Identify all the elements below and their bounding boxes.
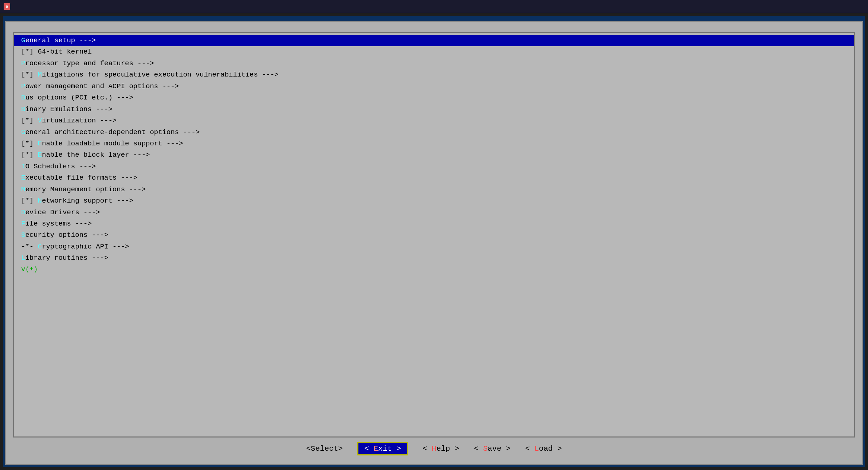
hotkey-letter: B	[21, 105, 25, 113]
button-hotkey-help: H	[432, 444, 436, 453]
tab-line	[5, 18, 863, 20]
button-hotkey-save: S	[483, 444, 488, 453]
scroll-indicator: v(+)	[14, 264, 854, 275]
config-outer: General setup --->[*] 64-bit kernel Proc…	[5, 21, 863, 465]
hotkey-letter: V	[38, 117, 42, 125]
menu-item-memory-management[interactable]: Memory Management options --->	[14, 184, 854, 195]
title-bar-controls	[831, 3, 864, 11]
hotkey-letter: G	[21, 36, 25, 44]
menu-item-block-layer[interactable]: [*] Enable the block layer --->	[14, 149, 854, 161]
button-help[interactable]: < Help >	[423, 444, 459, 453]
menu-item-processor-type[interactable]: Processor type and features --->	[14, 58, 854, 69]
terminal: General setup --->[*] 64-bit kernel Proc…	[0, 13, 868, 470]
hotkey-letter: I	[21, 162, 25, 171]
menu-item-general-arch[interactable]: General architecture-dependent options -…	[14, 127, 854, 138]
hotkey-letter: E	[21, 174, 25, 182]
hotkey-letter: G	[21, 128, 25, 136]
hotkey-letter: S	[21, 231, 25, 239]
menu-items-container: General setup --->[*] 64-bit kernel Proc…	[14, 35, 854, 264]
hotkey-letter: E	[38, 151, 42, 159]
menu-item-io-schedulers[interactable]: IO Schedulers --->	[14, 161, 854, 172]
maximize-button[interactable]	[843, 3, 853, 11]
menu-item-security-options[interactable]: Security options --->	[14, 230, 854, 241]
hotkey-letter: B	[21, 94, 25, 102]
terminal-icon: a	[4, 3, 10, 10]
button-bar: <Select>< Exit >< Help >< Save >< Load >	[13, 437, 855, 461]
minimize-button[interactable]	[831, 3, 841, 11]
menu-item-general-setup[interactable]: General setup --->	[14, 35, 854, 46]
hotkey-letter: C	[38, 243, 42, 251]
hotkey-letter: M	[38, 71, 42, 79]
menu-item-64bit-kernel[interactable]: [*] 64-bit kernel	[14, 46, 854, 58]
menu-item-cryptographic-api[interactable]: -*- Cryptographic API --->	[14, 241, 854, 252]
button-hotkey-exit: E	[373, 444, 378, 453]
hotkey-letter: D	[21, 208, 25, 216]
button-load[interactable]: < Load >	[525, 444, 562, 453]
buttons-container: <Select>< Exit >< Help >< Save >< Load >	[306, 442, 562, 455]
menu-item-device-drivers[interactable]: Device Drivers --->	[14, 207, 854, 218]
hotkey-letter: F	[21, 220, 25, 228]
menu-item-virtualization[interactable]: [*] Virtualization --->	[14, 115, 854, 126]
hotkey-letter: P	[21, 82, 25, 90]
title-bar: a	[0, 0, 868, 13]
hotkey-letter: L	[21, 254, 25, 262]
button-save[interactable]: < Save >	[474, 444, 511, 453]
menu-item-executable-formats[interactable]: Executable file formats --->	[14, 172, 854, 184]
hotkey-letter: M	[21, 185, 25, 193]
close-button[interactable]	[854, 3, 864, 11]
menu-item-power-management[interactable]: Power management and ACPI options --->	[14, 81, 854, 92]
button-exit[interactable]: < Exit >	[357, 442, 408, 455]
title-bar-left: a	[4, 3, 13, 10]
menu-item-networking[interactable]: [*] Networking support --->	[14, 195, 854, 207]
hotkey-letter: N	[38, 197, 42, 205]
menu-item-binary-emulations[interactable]: Binary Emulations --->	[14, 104, 854, 115]
menu-item-library-routines[interactable]: Library routines --->	[14, 252, 854, 264]
button-select[interactable]: <Select>	[306, 444, 343, 453]
hotkey-letter: E	[38, 140, 42, 148]
hotkey-letter: P	[21, 59, 25, 67]
menu-item-bus-options[interactable]: Bus options (PCI etc.) --->	[14, 92, 854, 103]
terminal-content: General setup --->[*] 64-bit kernel Proc…	[3, 16, 865, 467]
menu-item-loadable-module[interactable]: [*] Enable loadable module support --->	[14, 138, 854, 149]
menu-item-file-systems[interactable]: File systems --->	[14, 218, 854, 230]
menu-box[interactable]: General setup --->[*] 64-bit kernel Proc…	[13, 32, 855, 437]
button-hotkey-load: L	[534, 444, 539, 453]
menu-item-mitigations[interactable]: [*] Mitigations for speculative executio…	[14, 69, 854, 81]
